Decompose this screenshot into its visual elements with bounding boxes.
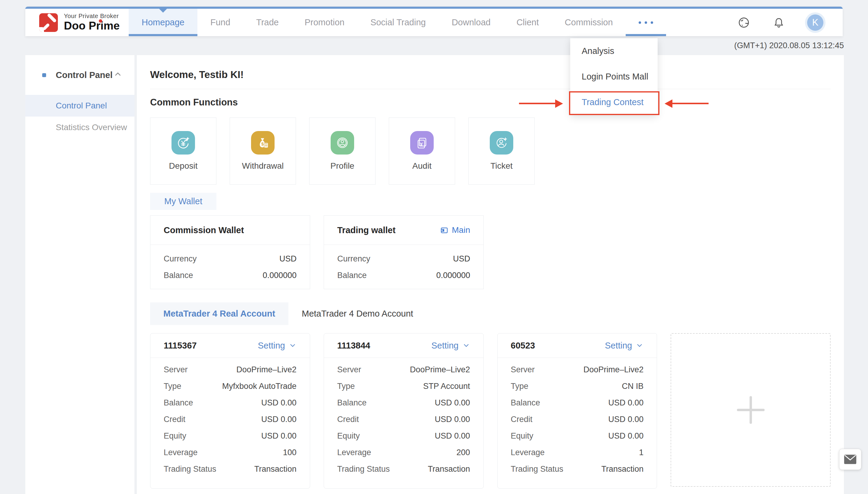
sidebar-group-control-panel[interactable]: Control Panel <box>25 55 134 95</box>
account-type-tabs: MetaTrader 4 Real Account MetaTrader 4 D… <box>150 302 831 325</box>
nav-client[interactable]: Client <box>504 9 552 36</box>
account-row-type: TypeMyfxbook AutoTrade <box>164 378 297 395</box>
nav-promotion[interactable]: Promotion <box>292 9 357 36</box>
tab-my-wallet[interactable]: My Wallet <box>150 193 216 210</box>
main-content: Welcome, Testib KI! Common Functions Dep… <box>137 55 844 494</box>
account-row-credit: CreditUSD 0.00 <box>337 411 470 428</box>
account-card-1115367: 1115367 Setting ServerDooPrime–Live2 Typ… <box>150 333 310 489</box>
account-row-server: ServerDooPrime–Live2 <box>164 361 297 378</box>
account-row-server: ServerDooPrime–Live2 <box>337 361 470 378</box>
chevron-down-icon <box>635 342 644 349</box>
nav-social-trading[interactable]: Social Trading <box>357 9 439 36</box>
annotation-arrow-left-icon <box>672 103 708 104</box>
bullet-icon <box>42 73 46 77</box>
account-row-balance: BalanceUSD 0.00 <box>164 395 297 411</box>
ellipsis-dot <box>645 21 647 24</box>
nav-trade[interactable]: Trade <box>243 9 292 36</box>
sidebar: Control Panel Control Panel Statistics O… <box>25 55 134 494</box>
commission-wallet-card: Commission Wallet Currency USD Balance 0… <box>150 215 310 289</box>
sidebar-item-control-panel[interactable]: Control Panel <box>25 95 134 117</box>
account-row-balance: BalanceUSD 0.00 <box>337 395 470 411</box>
language-globe-icon[interactable] <box>737 16 751 29</box>
nav-commission[interactable]: Commission <box>552 9 626 36</box>
svg-text:$: $ <box>261 141 264 146</box>
account-card-1113844: 1113844 Setting ServerDooPrime–Live2 Typ… <box>324 333 484 489</box>
ellipsis-dot <box>639 21 641 24</box>
wallet-row-currency: Currency USD <box>337 251 470 267</box>
contact-mail-button[interactable] <box>839 449 861 470</box>
deposit-icon <box>171 131 195 154</box>
account-row-equity: EquityUSD 0.00 <box>337 428 470 444</box>
deposit-label: Deposit <box>169 161 198 171</box>
ticket-card[interactable]: Ticket <box>468 117 535 185</box>
account-row-leverage: Leverage200 <box>337 444 470 461</box>
highlight-box-trading-contest <box>569 91 660 115</box>
account-row-credit: CreditUSD 0.00 <box>164 411 297 428</box>
wallet-row-currency: Currency USD <box>164 251 297 267</box>
account-number: 1113844 <box>337 341 370 350</box>
account-row-trading-status: Trading StatusTransaction <box>337 461 470 477</box>
withdrawal-label: Withdrawal <box>242 161 283 171</box>
trading-wallet-title: Trading wallet <box>337 225 395 235</box>
account-row-leverage: Leverage100 <box>164 444 297 461</box>
chevron-down-icon <box>462 342 470 349</box>
divider <box>150 89 831 89</box>
logo-brand: Doo Prime <box>64 20 119 33</box>
account-row-type: TypeCN IB <box>511 378 644 395</box>
menu-item-login-points-mall[interactable]: Login Points Mall <box>570 64 658 90</box>
audit-icon <box>410 131 434 154</box>
wallet-icon <box>440 226 449 235</box>
account-row-trading-status: Trading StatusTransaction <box>164 461 297 477</box>
notification-bell-icon[interactable] <box>772 16 786 29</box>
user-avatar[interactable]: K <box>807 15 824 31</box>
account-number: 60523 <box>511 341 535 350</box>
withdrawal-icon: $ <box>251 131 275 154</box>
add-account-card[interactable] <box>670 333 831 487</box>
doo-prime-logo[interactable]: Your Private Broker Doo Prime <box>39 9 119 36</box>
nav-download[interactable]: Download <box>439 9 504 36</box>
profile-card[interactable]: Profile <box>309 117 375 185</box>
wallet-row-balance: Balance 0.000000 <box>337 267 470 284</box>
account-card-60523: 60523 Setting ServerDooPrime–Live2 TypeC… <box>497 333 657 489</box>
main-nav: Homepage Fund Trade Promotion Social Tra… <box>129 9 666 36</box>
common-functions-title: Common Functions <box>150 97 831 108</box>
main-wallet-link[interactable]: Main <box>440 225 470 235</box>
chevron-down-icon <box>289 342 297 349</box>
account-row-leverage: Leverage1 <box>511 444 644 461</box>
tab-mt4-demo-account[interactable]: MetaTrader 4 Demo Account <box>289 302 426 325</box>
nav-more-ellipsis[interactable] <box>626 9 666 36</box>
profile-label: Profile <box>330 161 354 171</box>
wallet-row-balance: Balance 0.000000 <box>164 267 297 284</box>
common-functions-row: Deposit $ Withdrawal <box>150 117 831 185</box>
setting-dropdown-button[interactable]: Setting <box>431 341 470 350</box>
ticket-label: Ticket <box>491 161 513 171</box>
setting-dropdown-button[interactable]: Setting <box>258 341 296 350</box>
doo-prime-logo-icon <box>39 13 58 32</box>
account-row-trading-status: Trading StatusTransaction <box>511 461 644 477</box>
sidebar-item-statistics-overview[interactable]: Statistics Overview <box>25 117 134 138</box>
nav-homepage[interactable]: Homepage <box>129 9 198 36</box>
logo-tagline: Your Private Broker <box>64 13 119 20</box>
plus-icon <box>737 396 764 424</box>
ellipsis-dot <box>651 21 653 24</box>
tab-mt4-real-account[interactable]: MetaTrader 4 Real Account <box>150 302 289 325</box>
server-timestamp: (GMT+1) 2020.08.05 13:12:45 <box>734 41 844 50</box>
account-row-credit: CreditUSD 0.00 <box>511 411 644 428</box>
account-number: 1115367 <box>164 341 197 350</box>
setting-dropdown-button[interactable]: Setting <box>605 341 644 350</box>
withdrawal-card[interactable]: $ Withdrawal <box>230 117 296 185</box>
account-row-equity: EquityUSD 0.00 <box>511 428 644 444</box>
account-cards-row: 1115367 Setting ServerDooPrime–Live2 Typ… <box>150 333 831 489</box>
audit-card[interactable]: Audit <box>389 117 455 185</box>
nav-fund[interactable]: Fund <box>198 9 243 36</box>
ticket-icon <box>490 131 513 154</box>
welcome-heading: Welcome, Testib KI! <box>150 69 831 80</box>
menu-item-analysis[interactable]: Analysis <box>570 38 658 64</box>
deposit-card[interactable]: Deposit <box>150 117 216 185</box>
profile-icon <box>331 131 354 154</box>
top-header: Your Private Broker Doo Prime Homepage F… <box>25 7 843 36</box>
sidebar-group-label: Control Panel <box>56 70 113 80</box>
account-row-server: ServerDooPrime–Live2 <box>511 361 644 378</box>
wallet-cards-row: Commission Wallet Currency USD Balance 0… <box>150 215 831 289</box>
audit-label: Audit <box>412 161 431 171</box>
